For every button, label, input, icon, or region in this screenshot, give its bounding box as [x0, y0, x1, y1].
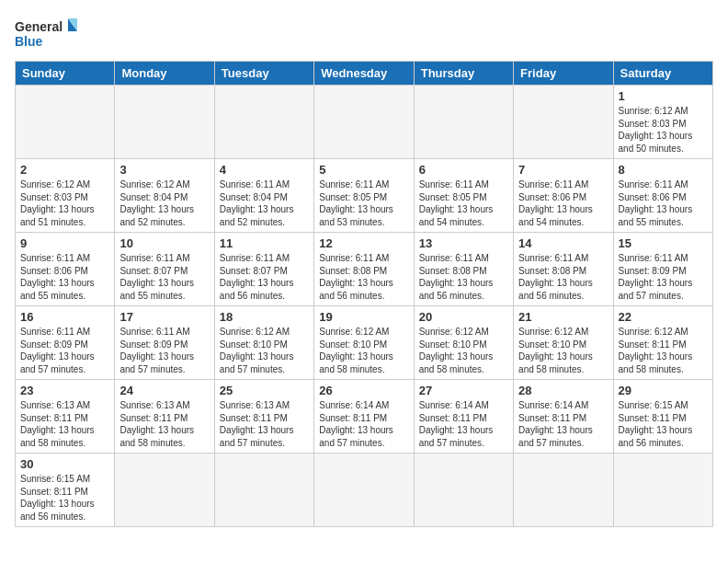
- week-row-1: 1Sunrise: 6:12 AMSunset: 8:03 PMDaylight…: [16, 86, 713, 159]
- day-info: Sunrise: 6:13 AMSunset: 8:11 PMDaylight:…: [220, 399, 309, 449]
- weekday-header-sunday: Sunday: [16, 62, 115, 86]
- day-cell: 10Sunrise: 6:11 AMSunset: 8:07 PMDayligh…: [115, 233, 214, 306]
- day-info: Sunrise: 6:14 AMSunset: 8:11 PMDaylight:…: [518, 399, 608, 449]
- day-number: 25: [220, 384, 309, 397]
- day-number: 16: [20, 310, 109, 324]
- day-cell: [414, 454, 513, 527]
- weekday-header-tuesday: Tuesday: [214, 62, 313, 86]
- day-cell: 7Sunrise: 6:11 AMSunset: 8:06 PMDaylight…: [514, 159, 613, 233]
- weekday-header-thursday: Thursday: [414, 62, 513, 86]
- day-cell: 18Sunrise: 6:12 AMSunset: 8:10 PMDayligh…: [214, 306, 313, 380]
- day-number: 4: [220, 163, 309, 177]
- day-number: 3: [119, 163, 209, 177]
- day-cell: 17Sunrise: 6:11 AMSunset: 8:09 PMDayligh…: [115, 306, 214, 380]
- day-info: Sunrise: 6:11 AMSunset: 8:06 PMDaylight:…: [518, 178, 608, 228]
- week-row-2: 2Sunrise: 6:12 AMSunset: 8:03 PMDaylight…: [16, 159, 713, 233]
- day-info: Sunrise: 6:11 AMSunset: 8:08 PMDaylight:…: [319, 252, 408, 302]
- day-info: Sunrise: 6:11 AMSunset: 8:08 PMDaylight:…: [419, 252, 508, 302]
- day-number: 12: [319, 236, 408, 250]
- weekday-header-friday: Friday: [514, 62, 613, 86]
- day-info: Sunrise: 6:13 AMSunset: 8:11 PMDaylight:…: [119, 399, 209, 449]
- day-number: 6: [419, 163, 508, 177]
- day-cell: 8Sunrise: 6:11 AMSunset: 8:06 PMDaylight…: [613, 159, 712, 233]
- day-cell: 19Sunrise: 6:12 AMSunset: 8:10 PMDayligh…: [314, 306, 414, 380]
- day-number: 8: [619, 163, 708, 177]
- day-info: Sunrise: 6:11 AMSunset: 8:08 PMDaylight:…: [518, 252, 608, 302]
- day-number: 14: [518, 236, 608, 250]
- day-info: Sunrise: 6:12 AMSunset: 8:04 PMDaylight:…: [119, 178, 209, 228]
- day-number: 1: [619, 89, 708, 103]
- day-cell: 11Sunrise: 6:11 AMSunset: 8:07 PMDayligh…: [214, 233, 313, 306]
- day-cell: [514, 86, 613, 159]
- day-number: 15: [619, 236, 708, 250]
- day-info: Sunrise: 6:11 AMSunset: 8:06 PMDaylight:…: [619, 178, 708, 228]
- day-cell: 22Sunrise: 6:12 AMSunset: 8:11 PMDayligh…: [613, 306, 712, 380]
- day-info: Sunrise: 6:11 AMSunset: 8:09 PMDaylight:…: [619, 252, 708, 302]
- day-cell: 20Sunrise: 6:12 AMSunset: 8:10 PMDayligh…: [414, 306, 513, 380]
- calendar: SundayMondayTuesdayWednesdayThursdayFrid…: [15, 61, 713, 527]
- day-cell: 26Sunrise: 6:14 AMSunset: 8:11 PMDayligh…: [314, 380, 414, 454]
- day-info: Sunrise: 6:11 AMSunset: 8:05 PMDaylight:…: [319, 178, 408, 228]
- day-cell: 6Sunrise: 6:11 AMSunset: 8:05 PMDaylight…: [414, 159, 513, 233]
- day-number: 27: [419, 384, 508, 397]
- day-cell: [314, 454, 414, 527]
- day-cell: 27Sunrise: 6:14 AMSunset: 8:11 PMDayligh…: [414, 380, 513, 454]
- day-cell: 21Sunrise: 6:12 AMSunset: 8:10 PMDayligh…: [514, 306, 613, 380]
- day-number: 11: [220, 236, 309, 250]
- day-number: 10: [119, 236, 209, 250]
- weekday-header-row: SundayMondayTuesdayWednesdayThursdayFrid…: [16, 62, 713, 86]
- day-cell: 28Sunrise: 6:14 AMSunset: 8:11 PMDayligh…: [514, 380, 613, 454]
- day-info: Sunrise: 6:12 AMSunset: 8:03 PMDaylight:…: [20, 178, 109, 228]
- day-cell: 14Sunrise: 6:11 AMSunset: 8:08 PMDayligh…: [514, 233, 613, 306]
- day-number: 5: [319, 163, 408, 177]
- day-cell: 15Sunrise: 6:11 AMSunset: 8:09 PMDayligh…: [613, 233, 712, 306]
- logo: General Blue: [15, 15, 79, 52]
- day-number: 18: [220, 310, 309, 324]
- day-info: Sunrise: 6:14 AMSunset: 8:11 PMDaylight:…: [319, 399, 408, 449]
- day-cell: [214, 86, 313, 159]
- day-cell: 12Sunrise: 6:11 AMSunset: 8:08 PMDayligh…: [314, 233, 414, 306]
- day-cell: 13Sunrise: 6:11 AMSunset: 8:08 PMDayligh…: [414, 233, 513, 306]
- day-number: 2: [20, 163, 109, 177]
- day-info: Sunrise: 6:12 AMSunset: 8:03 PMDaylight:…: [619, 105, 708, 155]
- logo-svg: General Blue: [15, 15, 79, 52]
- day-cell: [514, 454, 613, 527]
- svg-text:Blue: Blue: [15, 34, 43, 49]
- day-cell: 9Sunrise: 6:11 AMSunset: 8:06 PMDaylight…: [16, 233, 115, 306]
- day-cell: 3Sunrise: 6:12 AMSunset: 8:04 PMDaylight…: [115, 159, 214, 233]
- day-number: 20: [419, 310, 508, 324]
- day-number: 22: [619, 310, 708, 324]
- day-info: Sunrise: 6:11 AMSunset: 8:04 PMDaylight:…: [220, 178, 309, 228]
- day-number: 26: [319, 384, 408, 397]
- day-cell: [314, 86, 414, 159]
- week-row-3: 9Sunrise: 6:11 AMSunset: 8:06 PMDaylight…: [16, 233, 713, 306]
- day-cell: 25Sunrise: 6:13 AMSunset: 8:11 PMDayligh…: [214, 380, 313, 454]
- weekday-header-wednesday: Wednesday: [314, 62, 414, 86]
- weekday-header-saturday: Saturday: [613, 62, 712, 86]
- day-cell: [16, 86, 115, 159]
- weekday-header-monday: Monday: [115, 62, 214, 86]
- day-number: 23: [20, 384, 109, 397]
- day-info: Sunrise: 6:12 AMSunset: 8:10 PMDaylight:…: [319, 326, 408, 375]
- day-cell: [115, 454, 214, 527]
- day-info: Sunrise: 6:11 AMSunset: 8:07 PMDaylight:…: [220, 252, 309, 302]
- day-cell: 5Sunrise: 6:11 AMSunset: 8:05 PMDaylight…: [314, 159, 414, 233]
- day-number: 9: [20, 236, 109, 250]
- day-info: Sunrise: 6:11 AMSunset: 8:09 PMDaylight:…: [119, 326, 209, 375]
- day-info: Sunrise: 6:15 AMSunset: 8:11 PMDaylight:…: [20, 473, 109, 523]
- day-number: 17: [119, 310, 209, 324]
- page: General Blue SundayMondayTuesdayWednesda…: [0, 0, 728, 563]
- day-cell: [414, 86, 513, 159]
- day-info: Sunrise: 6:11 AMSunset: 8:07 PMDaylight:…: [119, 252, 209, 302]
- day-cell: 16Sunrise: 6:11 AMSunset: 8:09 PMDayligh…: [16, 306, 115, 380]
- day-cell: [214, 454, 313, 527]
- day-info: Sunrise: 6:12 AMSunset: 8:10 PMDaylight:…: [220, 326, 309, 375]
- week-row-5: 23Sunrise: 6:13 AMSunset: 8:11 PMDayligh…: [16, 380, 713, 454]
- day-cell: 29Sunrise: 6:15 AMSunset: 8:11 PMDayligh…: [613, 380, 712, 454]
- day-info: Sunrise: 6:13 AMSunset: 8:11 PMDaylight:…: [20, 399, 109, 449]
- day-number: 24: [119, 384, 209, 397]
- day-cell: [115, 86, 214, 159]
- day-number: 30: [20, 457, 109, 471]
- day-info: Sunrise: 6:11 AMSunset: 8:09 PMDaylight:…: [20, 326, 109, 375]
- day-info: Sunrise: 6:12 AMSunset: 8:10 PMDaylight:…: [419, 326, 508, 375]
